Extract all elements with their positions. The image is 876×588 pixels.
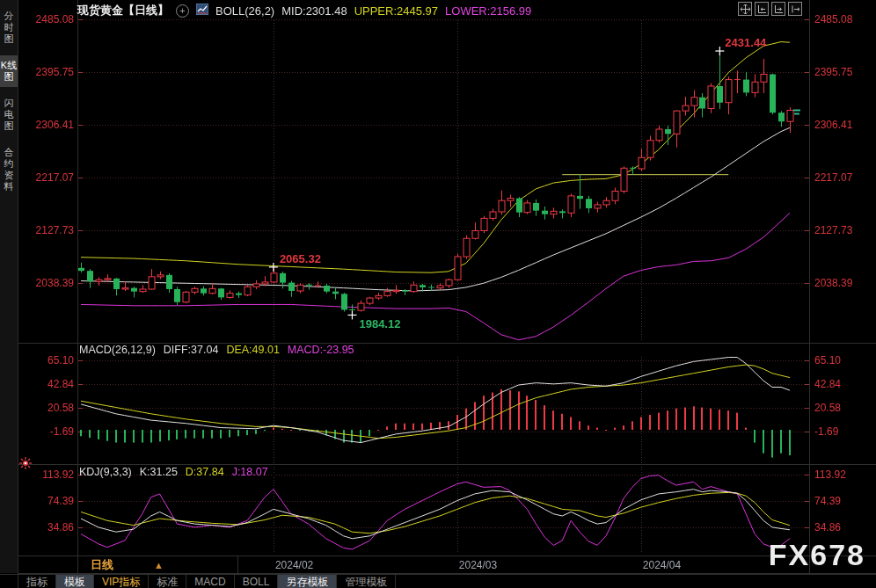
tab-0[interactable]: 指标 bbox=[18, 575, 56, 588]
sidebar-item-3[interactable]: 合约资料 bbox=[0, 142, 18, 197]
y-axis-label-left: 2485.08 bbox=[19, 13, 74, 25]
price-annotation: 2431.44 bbox=[725, 36, 766, 49]
tab-1[interactable]: 模板 bbox=[56, 575, 94, 588]
sidebar-item-1[interactable]: K线图 bbox=[0, 55, 18, 87]
axis-zoom-right-icon[interactable] bbox=[771, 2, 785, 16]
y-axis-label-left: 2306.41 bbox=[19, 119, 74, 131]
crosshair-icon[interactable] bbox=[738, 2, 752, 16]
tab-6[interactable]: 另存模板 bbox=[278, 575, 337, 588]
x-axis-date-label: 2024/03 bbox=[459, 559, 497, 571]
y-axis-label-right: 2038.39 bbox=[814, 277, 852, 289]
y-axis-label-right: 2306.41 bbox=[814, 119, 852, 131]
x-axis-date-label: 2024/04 bbox=[643, 559, 681, 571]
macd-axis-label-right: 20.58 bbox=[814, 402, 841, 414]
kdj-panel-header: KDJ(9,3,3) K:31.25 D:37.84 J:18.07 bbox=[79, 466, 268, 478]
chart-type-icon[interactable] bbox=[196, 4, 208, 18]
y-axis-label-right: 2485.08 bbox=[814, 13, 852, 25]
macd-axis-label-left: 65.10 bbox=[30, 354, 74, 367]
price-annotation: 1984.12 bbox=[359, 317, 400, 330]
boll-name-label: BOLL(26,2) bbox=[215, 4, 274, 18]
kdj-k-label: K:31.25 bbox=[140, 466, 178, 478]
tab-3[interactable]: 标准 bbox=[149, 575, 186, 588]
y-axis-label-right: 2217.07 bbox=[814, 171, 852, 184]
y-axis-label-left: 2395.75 bbox=[19, 66, 74, 78]
chart-toolbar bbox=[738, 2, 802, 16]
axis-zoom-left-icon[interactable] bbox=[755, 2, 769, 16]
macd-diff-label: DIFF:37.04 bbox=[164, 344, 219, 356]
kdj-title: KDJ(9,3,3) bbox=[79, 466, 132, 478]
macd-value-label: MACD:-23.95 bbox=[288, 344, 354, 356]
symbol-title: 现货黄金【日线】 bbox=[77, 3, 169, 18]
x-axis-date-label: 2024/02 bbox=[275, 559, 313, 571]
kdj-axis-label-left: 34.86 bbox=[30, 521, 74, 534]
kdj-axis-label-left: 113.92 bbox=[30, 468, 74, 481]
tab-5[interactable]: BOLL bbox=[235, 575, 279, 588]
macd-title: MACD(26,12,9) bbox=[79, 344, 156, 356]
y-axis-label-left: 2038.39 bbox=[19, 277, 74, 289]
y-axis-label-right: 2395.75 bbox=[814, 66, 852, 78]
kdj-axis-label-left: 74.39 bbox=[30, 495, 74, 507]
tab-4[interactable]: MACD bbox=[186, 575, 234, 588]
tab-bar-spacer bbox=[0, 575, 18, 588]
sidebar-item-2[interactable]: 闪电图 bbox=[0, 93, 18, 136]
sidebar: 分时图K线图闪电图合约资料 bbox=[0, 0, 18, 573]
macd-axis-label-left: -1.69 bbox=[30, 425, 74, 438]
kdj-axis-label-right: 113.92 bbox=[814, 468, 846, 481]
y-axis-label-left: 2127.73 bbox=[19, 224, 74, 236]
add-indicator-icon[interactable]: + bbox=[176, 4, 189, 18]
macd-axis-label-left: 20.58 bbox=[30, 402, 74, 414]
kdj-axis-label-right: 34.86 bbox=[814, 521, 841, 534]
kdj-axis-label-right: 74.39 bbox=[814, 495, 841, 507]
macd-axis-label-right: -1.69 bbox=[814, 425, 838, 438]
kdj-d-label: D:37.84 bbox=[186, 466, 224, 478]
macd-axis-label-left: 42.84 bbox=[30, 378, 74, 390]
trading-app-window: 分时图K线图闪电图合约资料 现货黄金【日线】 + BOLL(26,2) MID:… bbox=[0, 0, 876, 588]
period-selector[interactable]: 日线 ▲ bbox=[77, 556, 238, 573]
boll-upper-label: UPPER:2445.97 bbox=[354, 4, 438, 18]
tab-2[interactable]: VIP指标 bbox=[94, 575, 149, 588]
boll-lower-label: LOWER:2156.99 bbox=[445, 4, 531, 18]
bottom-tab-bar: 指标模板VIP指标标准MACDBOLL另存模板管理模板 bbox=[0, 574, 876, 588]
y-axis-label-left: 2217.07 bbox=[19, 171, 74, 184]
y-axis-label-right: 2127.73 bbox=[814, 224, 852, 236]
triangle-up-icon: ▲ bbox=[154, 560, 164, 570]
tab-7[interactable]: 管理模板 bbox=[337, 575, 396, 588]
chart-canvas[interactable] bbox=[0, 0, 876, 588]
boll-mid-label: MID:2301.48 bbox=[281, 4, 347, 18]
macd-axis-label-right: 65.10 bbox=[814, 354, 841, 367]
watermark: FX678 bbox=[769, 538, 865, 572]
pan-right-icon[interactable] bbox=[788, 2, 802, 16]
period-label: 日线 bbox=[91, 557, 113, 573]
sidebar-item-0[interactable]: 分时图 bbox=[0, 6, 18, 49]
price-annotation: 2065.32 bbox=[280, 252, 321, 265]
kdj-j-label: J:18.07 bbox=[232, 466, 268, 478]
macd-axis-label-right: 42.84 bbox=[814, 378, 841, 390]
macd-panel-header: MACD(26,12,9) DIFF:37.04 DEA:49.01 MACD:… bbox=[79, 344, 354, 356]
alert-indicator-icon[interactable] bbox=[19, 457, 32, 473]
macd-dea-label: DEA:49.01 bbox=[226, 344, 279, 356]
chart-header: 现货黄金【日线】 + BOLL(26,2) MID:2301.48 UPPER:… bbox=[77, 3, 531, 18]
